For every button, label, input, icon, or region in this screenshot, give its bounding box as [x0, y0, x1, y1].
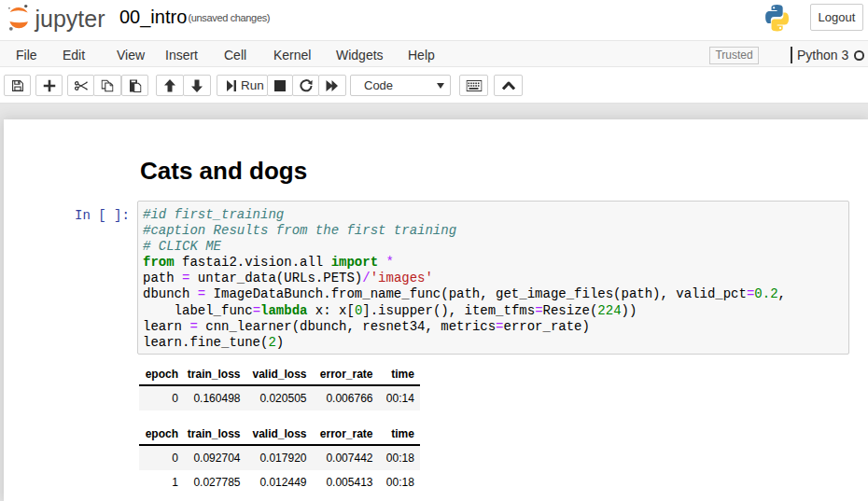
svg-text:jupyter: jupyter [35, 6, 105, 32]
